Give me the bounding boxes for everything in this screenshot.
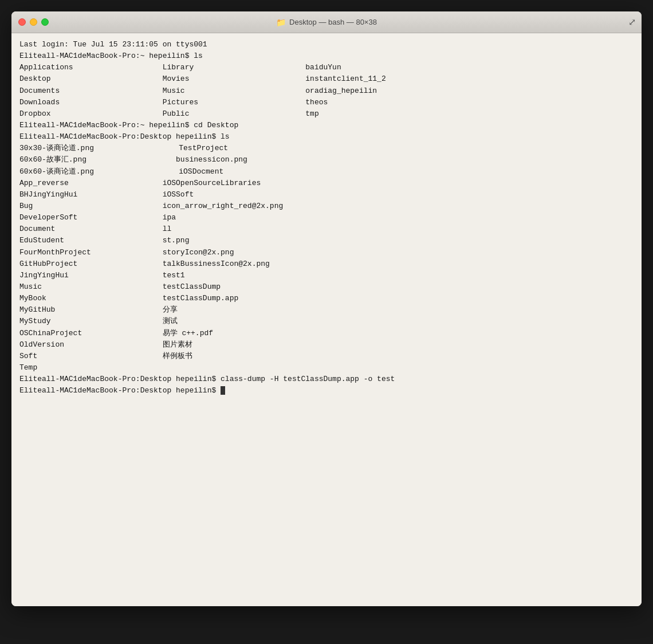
traffic-lights[interactable] bbox=[18, 18, 49, 26]
terminal-line: Dropbox Public tmp bbox=[19, 108, 634, 120]
prompt-text: Eliteall-MAC1deMacBook-Pro:Desktop hepei… bbox=[19, 386, 221, 395]
title-bar: 📁 Desktop — bash — 80×38 ⤢ bbox=[11, 11, 642, 33]
expand-button[interactable]: ⤢ bbox=[628, 17, 636, 28]
terminal-line: Document ll bbox=[19, 223, 634, 235]
terminal-line: GitHubProject talkBussinessIcon@2x.png bbox=[19, 258, 634, 270]
close-button[interactable] bbox=[18, 18, 26, 26]
terminal-line: Eliteall-MAC1deMacBook-Pro:~ hepeilin$ l… bbox=[19, 50, 634, 62]
terminal-line: Eliteall-MAC1deMacBook-Pro:~ hepeilin$ c… bbox=[19, 120, 634, 131]
maximize-button[interactable] bbox=[41, 18, 49, 26]
terminal-line: Applications Library baiduYun bbox=[19, 62, 634, 73]
terminal-line: BHJingYingHui iOSSoft bbox=[19, 189, 634, 201]
terminal-line: Desktop Movies instantclient_11_2 bbox=[19, 73, 634, 85]
terminal-line: Music testClassDump bbox=[19, 281, 634, 293]
terminal-line: Eliteall-MAC1deMacBook-Pro:Desktop hepei… bbox=[19, 374, 634, 385]
terminal-line: Documents Music oradiag_hepeilin bbox=[19, 85, 634, 97]
terminal-line: MyStudy 测试 bbox=[19, 316, 634, 327]
terminal-line: MyBook testClassDump.app bbox=[19, 293, 634, 304]
terminal-line: Bug icon_arrow_right_red@2x.png bbox=[19, 201, 634, 212]
terminal-window: 📁 Desktop — bash — 80×38 ⤢ Last login: T… bbox=[11, 11, 642, 606]
terminal-line: App_reverse iOSOpenSourceLibraries bbox=[19, 178, 634, 189]
terminal-line: Soft 样例板书 bbox=[19, 351, 634, 362]
terminal-line: FourMonthProject storyIcon@2x.png bbox=[19, 247, 634, 258]
terminal-line: JingYingHui test1 bbox=[19, 270, 634, 281]
terminal-line: 60x60-故事汇.png businessicon.png bbox=[19, 154, 634, 166]
folder-icon: 📁 bbox=[276, 18, 286, 27]
terminal-line: 30x30-谈商论道.png TestProject bbox=[19, 143, 634, 154]
title-text: Desktop — bash — 80×38 bbox=[289, 18, 377, 26]
terminal-line: Eliteall-MAC1deMacBook-Pro:Desktop hepei… bbox=[19, 131, 634, 143]
minimize-button[interactable] bbox=[30, 18, 37, 26]
terminal-line: DeveloperSoft ipa bbox=[19, 212, 634, 223]
cursor bbox=[221, 386, 225, 395]
window-title: 📁 Desktop — bash — 80×38 bbox=[276, 18, 377, 27]
terminal-line: MyGitHub 分享 bbox=[19, 304, 634, 316]
terminal-line: EduStudent st.png bbox=[19, 235, 634, 246]
terminal-line: Last login: Tue Jul 15 23:11:05 on ttys0… bbox=[19, 39, 634, 50]
terminal-line: Downloads Pictures theos bbox=[19, 97, 634, 108]
terminal-body[interactable]: Last login: Tue Jul 15 23:11:05 on ttys0… bbox=[11, 33, 642, 606]
terminal-line: OSChinaProject 易学 c++.pdf bbox=[19, 328, 634, 339]
terminal-line: OldVersion 图片素材 bbox=[19, 339, 634, 351]
terminal-line: 60x60-谈商论道.png iOSDocment bbox=[19, 166, 634, 178]
terminal-prompt-line: Eliteall-MAC1deMacBook-Pro:Desktop hepei… bbox=[19, 385, 634, 396]
terminal-line: Temp bbox=[19, 362, 634, 374]
